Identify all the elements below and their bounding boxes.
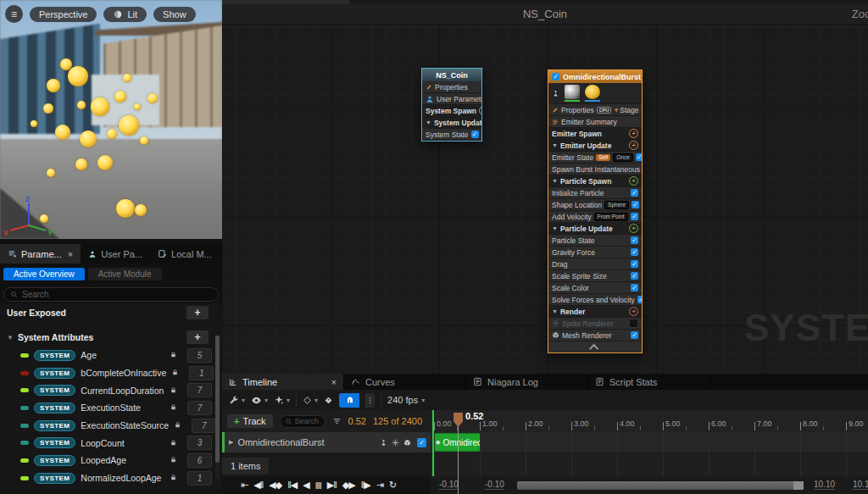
key-diamond-icon[interactable] <box>324 396 333 405</box>
fps-dropdown[interactable]: 240 fps▾ <box>387 395 425 405</box>
time-ruler[interactable]: 0.001.002.003.004.005.006.007.008.009.00 <box>431 410 868 433</box>
value-pill[interactable]: Sphere <box>604 201 629 209</box>
module-checkbox[interactable]: ✓ <box>631 189 638 197</box>
chevron-down-icon[interactable]: ▼ <box>552 142 558 148</box>
module-checkbox[interactable]: ✓ <box>631 236 638 244</box>
play-bounds-back-button[interactable]: ◀‖ <box>253 480 263 491</box>
mesh-icon[interactable] <box>403 439 411 447</box>
emitter-collapse-button[interactable] <box>548 341 642 352</box>
add-parameter-button[interactable]: + <box>186 306 209 319</box>
parameters-scrollbar[interactable] <box>215 334 220 480</box>
add-module-icon[interactable]: + <box>629 129 638 138</box>
module-gravity-force[interactable]: Gravity Force✓ <box>548 247 642 258</box>
module-scale-color[interactable]: Scale Color✓ <box>548 282 642 294</box>
module-checkbox[interactable]: ✓ <box>632 201 639 208</box>
timeline-canvas[interactable]: 0.001.002.003.004.005.006.007.008.009.00… <box>431 410 868 476</box>
item-properties[interactable]: Properties <box>422 81 481 93</box>
module-checkbox[interactable]: ✓ <box>631 272 638 280</box>
tab-timeline[interactable]: Timeline× <box>222 374 344 390</box>
pause-button[interactable]: ‖‖ <box>315 480 321 491</box>
attribute-row[interactable]: SYSTEMNormalizedLoopAge1 <box>0 469 222 487</box>
play-reverse-button[interactable]: ◀ <box>303 480 309 491</box>
module-checkbox[interactable]: ✓ <box>631 248 638 256</box>
module-spawn-burst-instantaneous[interactable]: Spawn Burst Instantaneous✓ <box>548 164 642 175</box>
emitter-enabled-checkbox[interactable]: ✓ <box>552 73 559 80</box>
tab-userpa[interactable]: User Pa... <box>81 244 150 264</box>
expand-arrow-icon[interactable]: ▶ <box>229 439 233 446</box>
value-pill[interactable]: From Point <box>594 213 628 221</box>
sprite-thumbnail[interactable] <box>565 85 580 102</box>
viewport-menu-button[interactable]: ≡ <box>5 5 23 23</box>
system-node[interactable]: NS_Coin PropertiesUser ParametersSystem … <box>421 68 482 142</box>
close-icon[interactable]: × <box>331 377 337 387</box>
emitter-node-header[interactable]: ✓ OmnidirectionalBurst <box>548 70 642 83</box>
module-drag[interactable]: Drag✓ <box>548 258 642 270</box>
item-emitter-summary[interactable]: Emitter Summary <box>548 116 642 128</box>
step-forward-button[interactable]: ▶‖ <box>327 480 337 491</box>
working-range-start-field[interactable]: -0.10 <box>485 480 504 490</box>
module-checkbox[interactable]: ✓ <box>631 260 638 268</box>
timeline-scrollbar[interactable] <box>517 481 804 490</box>
search-input[interactable]: Search <box>3 287 219 302</box>
isolate-icon[interactable] <box>552 90 559 97</box>
add-module-icon[interactable]: + <box>629 224 638 233</box>
group-system-spawn[interactable]: System Spawn+ <box>422 105 481 117</box>
attribute-row[interactable]: SYSTEMAge5 <box>0 347 222 364</box>
module-scale-sprite-size[interactable]: Scale Sprite Size✓ <box>548 270 642 282</box>
play-forward-button[interactable]: ‖▶ <box>361 480 370 491</box>
section-render[interactable]: ▼Render+ <box>548 306 642 318</box>
to-end-button[interactable]: ⇥ <box>376 480 383 491</box>
viewport-show-button[interactable]: Show <box>153 7 196 22</box>
step-back-button[interactable]: ‖◀ <box>287 480 297 491</box>
attribute-row[interactable]: SYSTEMCurrentLoopDuration7 <box>0 381 222 399</box>
add-track-button[interactable]: + Track <box>227 414 273 428</box>
system-node-title[interactable]: NS_Coin <box>422 69 481 81</box>
preview-viewport[interactable]: ≡ PerspectiveLitShow Z X Y <box>0 0 222 239</box>
tab-curves[interactable]: Curves <box>344 374 466 390</box>
tab-localm[interactable]: Local M... <box>150 244 220 264</box>
module-particle-state[interactable]: Particle State✓ <box>548 235 642 247</box>
chevron-down-icon[interactable]: ▼ <box>552 225 558 231</box>
mode-active-module[interactable]: Active Module <box>88 268 162 280</box>
keyframe-dropdown[interactable]: ▾ <box>303 396 318 405</box>
module-mesh-renderer[interactable]: Mesh Renderer✓ <box>548 330 642 341</box>
value-pill[interactable]: Once <box>613 153 633 162</box>
section-emitter-update[interactable]: ▼Emitter Update+ <box>548 140 642 152</box>
view-range-start-field[interactable]: -0.10 <box>439 480 459 490</box>
loop-button[interactable]: ↻ <box>389 480 396 491</box>
isolate-icon[interactable] <box>380 439 387 447</box>
scrollbar-handle[interactable] <box>793 481 804 490</box>
add-module-icon[interactable]: + <box>629 141 638 150</box>
add-stage-button[interactable]: +Stage <box>614 106 638 114</box>
track-enabled-checkbox[interactable]: ✓ <box>417 438 426 447</box>
viewport-lit-button[interactable]: Lit <box>103 7 147 22</box>
previous-key-button[interactable]: ◀◆ <box>269 480 281 491</box>
track-search-input[interactable]: Search <box>280 415 326 428</box>
chevron-down-icon[interactable]: ▼ <box>552 308 558 314</box>
module-solve-forces-and-velocity[interactable]: Solve Forces and Velocity✓ <box>548 294 642 306</box>
current-time-field[interactable]: 0.52 <box>348 416 366 426</box>
effects-dropdown[interactable]: ▾ <box>274 395 290 405</box>
module-checkbox[interactable]: ✓ <box>636 153 642 161</box>
item-user-parameters[interactable]: User Parameters <box>422 93 481 105</box>
module-checkbox[interactable]: ✓ <box>631 331 638 339</box>
emitter-clip[interactable]: ◆ Omnidirec <box>432 433 481 452</box>
snap-options-button[interactable]: ⋮ <box>365 393 375 408</box>
chevron-down-icon[interactable]: ▼ <box>426 119 431 125</box>
coin-thumbnail[interactable] <box>585 85 600 102</box>
add-module-icon[interactable]: + <box>629 176 638 186</box>
attribute-row[interactable]: SYSTEMbCompleteOnInactive1 <box>0 364 222 382</box>
props-properties[interactable]: PropertiesCPU+Stage <box>548 104 642 116</box>
tab-script-stats[interactable]: Script Stats <box>588 374 710 390</box>
module-initialize-particle[interactable]: Initialize Particle✓ <box>548 187 642 199</box>
viewport-perspective-button[interactable]: Perspective <box>30 7 97 22</box>
section-header-user-exposed[interactable]: User Exposed+ <box>0 303 222 322</box>
module-checkbox[interactable] <box>629 319 638 328</box>
module-emitter-state[interactable]: Emitter StateSelfOnce✓ <box>548 152 642 164</box>
next-key-button[interactable]: ◆▶ <box>342 480 355 491</box>
attribute-row[interactable]: SYSTEMLoopedAge6 <box>0 452 222 469</box>
frame-info-field[interactable]: 125 of 2400 <box>373 416 422 426</box>
filter-icon[interactable] <box>332 417 342 426</box>
tab-parame[interactable]: Parame...× <box>0 244 81 264</box>
close-icon[interactable]: × <box>68 249 73 259</box>
